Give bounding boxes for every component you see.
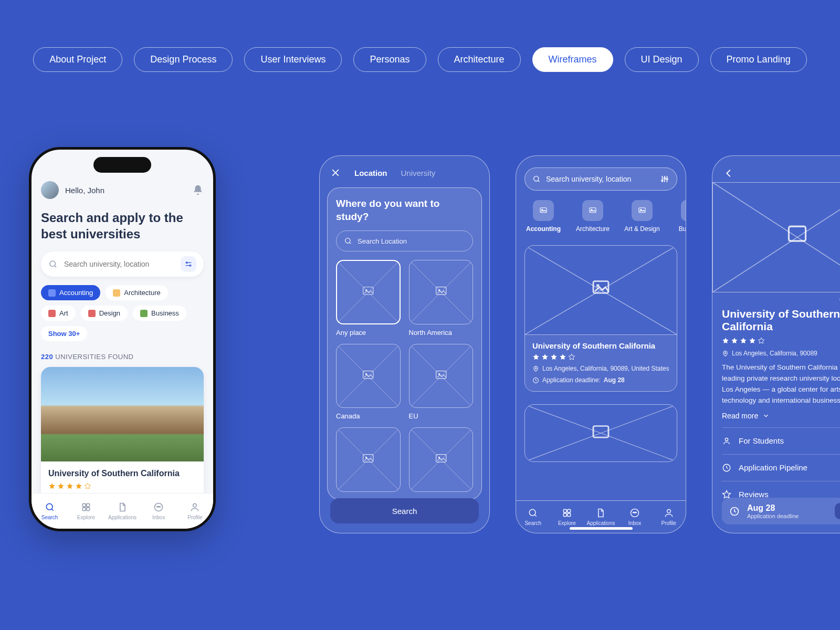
nav-applications[interactable]: Applications — [104, 494, 140, 529]
star-icon — [731, 337, 738, 344]
wf-tabs: Location University — [354, 169, 435, 177]
star-icon — [75, 482, 82, 490]
category-row: AccountingArchitectureArt & DesignBusine… — [516, 191, 686, 233]
star-icon — [550, 353, 558, 361]
svg-point-52 — [636, 512, 637, 513]
location-tile[interactable] — [409, 427, 474, 492]
tab-wireframes[interactable]: Wireframes — [532, 47, 613, 72]
search-button[interactable]: Search — [330, 498, 479, 523]
category-business[interactable]: Business — [673, 200, 686, 233]
star-icon — [57, 482, 65, 490]
tab-personas[interactable]: Personas — [353, 47, 426, 72]
svg-point-0 — [50, 261, 56, 267]
svg-point-53 — [667, 509, 670, 513]
section-tabs: About ProjectDesign ProcessUser Intervie… — [21, 47, 819, 72]
star-icon — [66, 482, 74, 490]
nav-profile[interactable]: Profile — [652, 501, 686, 533]
pin-icon — [722, 350, 729, 357]
chip-accounting[interactable]: Accounting — [41, 285, 100, 300]
tab-user-interviews[interactable]: User Interviews — [244, 47, 342, 72]
search-icon — [48, 259, 58, 269]
sliders-icon[interactable] — [660, 174, 669, 184]
location-tile[interactable]: Canada — [336, 344, 401, 421]
pin-icon — [532, 365, 539, 372]
location-grid: Any placeNorth AmericaCanadaEU — [336, 260, 473, 492]
svg-point-4 — [46, 503, 52, 510]
avatar[interactable] — [41, 181, 59, 199]
tab-design-process[interactable]: Design Process — [134, 47, 233, 72]
read-more[interactable]: Read more — [722, 412, 840, 420]
nav-explore[interactable]: Explore — [68, 494, 104, 529]
chip-architecture[interactable]: Architecture — [106, 285, 167, 300]
svg-point-56 — [725, 438, 728, 440]
star-icon — [532, 353, 540, 361]
save-button[interactable]: Save — [835, 503, 840, 519]
chip-show-more[interactable]: Show 30+ — [41, 326, 87, 341]
star-icon — [722, 337, 729, 344]
search-field[interactable] — [41, 251, 204, 277]
rating-stars — [722, 337, 840, 344]
image-placeholder — [525, 246, 677, 335]
tab-university[interactable]: University — [401, 169, 436, 177]
filter-icon[interactable] — [181, 256, 196, 272]
tab-promo-landing[interactable]: Promo Landing — [710, 47, 807, 72]
chevron-left-icon[interactable] — [723, 167, 734, 179]
tab-architecture[interactable]: Architecture — [438, 47, 521, 72]
svg-point-29 — [664, 177, 666, 179]
svg-point-2 — [190, 265, 191, 267]
svg-point-44 — [530, 509, 536, 516]
chip-business[interactable]: Business — [133, 306, 186, 321]
category-art-design[interactable]: Art & Design — [623, 200, 661, 233]
nav-profile[interactable]: Profile — [177, 494, 213, 529]
star-icon — [84, 482, 91, 490]
wf-search-field[interactable]: Search Location — [336, 230, 473, 251]
category-architecture[interactable]: Architecture — [574, 200, 612, 233]
star-icon — [749, 337, 756, 344]
wireframe-university-detail: University of Southern California Los An… — [712, 155, 840, 533]
svg-rect-47 — [563, 513, 566, 517]
wireframe-search-results: Search university, location AccountingAr… — [516, 155, 686, 533]
carousel-dots[interactable] — [712, 292, 840, 301]
svg-point-30 — [666, 178, 668, 180]
bell-icon[interactable] — [192, 184, 204, 196]
university-image — [41, 367, 204, 461]
location-tile[interactable] — [336, 427, 401, 492]
svg-rect-5 — [82, 503, 86, 507]
university-description: The University of Southern California is… — [722, 362, 840, 406]
nav-search[interactable]: Search — [32, 494, 68, 529]
detail-link[interactable]: For Students — [722, 427, 840, 454]
close-icon[interactable] — [330, 167, 341, 178]
home-indicator — [570, 527, 633, 530]
university-card[interactable]: University of Southern California Los An… — [41, 367, 204, 513]
star-icon — [559, 353, 566, 361]
tab-location[interactable]: Location — [354, 169, 387, 177]
svg-point-1 — [186, 262, 187, 264]
chip-art[interactable]: Art — [41, 306, 76, 321]
phone-mock: Hello, John Search and apply to the best… — [29, 147, 216, 531]
nav-search[interactable]: Search — [516, 501, 550, 533]
detail-link[interactable]: Application Pipeline — [722, 454, 840, 481]
svg-point-14 — [345, 238, 350, 243]
nav-inbox[interactable]: Inbox — [141, 494, 177, 529]
tab-ui-design[interactable]: UI Design — [625, 47, 699, 72]
svg-point-12 — [160, 506, 161, 507]
svg-point-41 — [535, 368, 537, 369]
search-input[interactable] — [63, 259, 175, 269]
university-card[interactable] — [524, 404, 677, 462]
star-icon — [541, 353, 549, 361]
location-tile[interactable]: EU — [409, 344, 474, 421]
svg-rect-43 — [593, 426, 608, 438]
location-tile[interactable]: North America — [409, 260, 474, 337]
university-title: University of Southern California — [722, 308, 840, 333]
star-icon — [48, 482, 56, 490]
svg-point-55 — [724, 352, 726, 354]
image-placeholder — [525, 405, 677, 461]
svg-rect-6 — [87, 503, 90, 507]
bottom-nav: SearchExploreApplicationsInboxProfile — [32, 493, 213, 529]
category-accounting[interactable]: Accounting — [524, 200, 562, 233]
wf-search-field[interactable]: Search university, location — [524, 167, 677, 191]
tab-about-project[interactable]: About Project — [33, 47, 122, 72]
university-card[interactable]: University of Southern California Los An… — [524, 245, 677, 392]
chip-design[interactable]: Design — [81, 306, 128, 321]
location-tile[interactable]: Any place — [336, 260, 401, 337]
